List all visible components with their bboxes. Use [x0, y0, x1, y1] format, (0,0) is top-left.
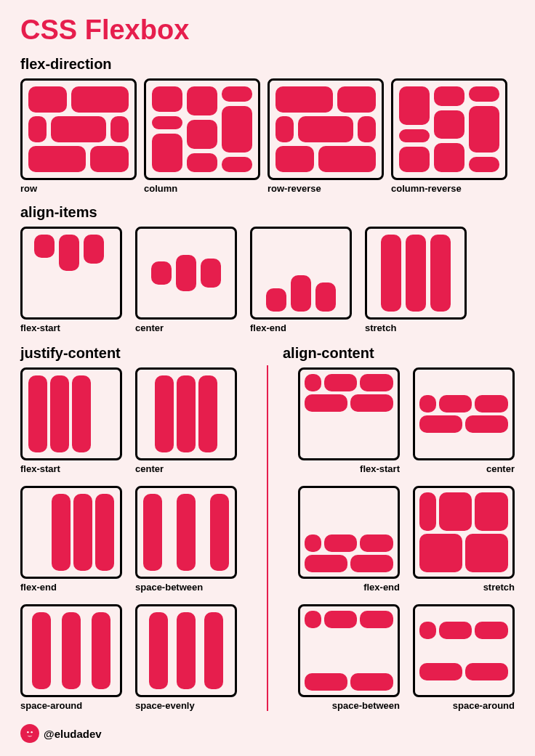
card-jc-center: center — [135, 367, 237, 474]
section-flex-direction-title: flex-direction — [20, 56, 515, 73]
smiley-icon — [20, 724, 39, 743]
label-ac-flex-start: flex-start — [298, 463, 400, 474]
card-ai-center: center — [135, 227, 237, 333]
card-fd-column-reverse: column-reverse — [391, 78, 507, 194]
diagram-ac-flex-end — [298, 486, 400, 579]
diagram-ai-stretch — [365, 227, 467, 320]
card-ac-flex-end: flex-end — [298, 486, 400, 593]
bottom-grid: justify-content flex-start center — [20, 341, 515, 711]
diagram-jc-space-evenly — [135, 604, 237, 697]
card-ai-flex-start: flex-start — [20, 227, 122, 333]
label-ai-center: center — [135, 322, 237, 333]
footer: @eludadev — [20, 724, 515, 743]
card-ac-space-around: space-around — [413, 604, 515, 711]
svg-point-1 — [27, 731, 28, 733]
page-title: CSS Flexbox — [20, 15, 515, 46]
footer-handle: @eludadev — [44, 728, 102, 740]
card-ac-stretch: stretch — [413, 486, 515, 593]
card-fd-row-reverse: row-reverse — [268, 78, 384, 194]
label-fd-row: row — [20, 183, 137, 194]
section-align-items-title: align-items — [20, 204, 515, 221]
align-content-section: align-content flex-start center — [283, 341, 515, 711]
diagram-ai-flex-end — [250, 227, 352, 320]
label-ac-space-between: space-between — [298, 700, 400, 711]
diagram-ac-space-around — [413, 604, 515, 697]
diagram-ac-stretch — [413, 486, 515, 579]
label-ac-center: center — [413, 463, 515, 474]
diagram-jc-space-between — [135, 486, 237, 579]
label-fd-column: column — [144, 183, 260, 194]
diagram-jc-flex-start — [20, 367, 122, 460]
label-ai-flex-end: flex-end — [250, 322, 352, 333]
card-jc-flex-end: flex-end — [20, 486, 122, 593]
svg-point-0 — [24, 728, 36, 740]
label-ac-space-around: space-around — [413, 700, 515, 711]
diagram-ac-space-between — [298, 604, 400, 697]
section-justify-content-title: justify-content — [20, 345, 252, 362]
card-ac-flex-start: flex-start — [298, 367, 400, 474]
label-jc-center: center — [135, 463, 237, 474]
card-jc-space-between: space-between — [135, 486, 237, 593]
section-align-content-title: align-content — [283, 345, 515, 362]
svg-point-2 — [31, 731, 32, 733]
label-jc-space-between: space-between — [135, 582, 237, 593]
label-jc-flex-end: flex-end — [20, 582, 122, 593]
card-ai-stretch: stretch — [365, 227, 467, 333]
diagram-fd-row — [20, 78, 137, 180]
diagram-jc-center — [135, 367, 237, 460]
diagram-ai-center — [135, 227, 237, 320]
diagram-fd-column — [144, 78, 260, 180]
section-divider — [267, 365, 268, 711]
card-fd-column: column — [144, 78, 260, 194]
card-jc-space-evenly: space-evenly — [135, 604, 237, 711]
align-items-row: flex-start center flex-end stretch — [20, 227, 515, 333]
diagram-ai-flex-start — [20, 227, 122, 320]
card-jc-space-around: space-around — [20, 604, 122, 711]
diagram-fd-column-reverse — [391, 78, 507, 180]
card-ac-center: center — [413, 367, 515, 474]
label-ai-stretch: stretch — [365, 322, 467, 333]
label-fd-row-reverse: row-reverse — [268, 183, 384, 194]
diagram-jc-flex-end — [20, 486, 122, 579]
label-ai-flex-start: flex-start — [20, 322, 122, 333]
label-fd-column-reverse: column-reverse — [391, 183, 507, 194]
card-jc-flex-start: flex-start — [20, 367, 122, 474]
diagram-jc-space-around — [20, 604, 122, 697]
card-ac-space-between: space-between — [298, 604, 400, 711]
diagram-fd-row-reverse — [268, 78, 384, 180]
label-ac-stretch: stretch — [413, 582, 515, 593]
diagram-ac-center — [413, 367, 515, 460]
label-jc-space-around: space-around — [20, 700, 122, 711]
label-jc-flex-start: flex-start — [20, 463, 122, 474]
card-ai-flex-end: flex-end — [250, 227, 352, 333]
diagram-ac-flex-start — [298, 367, 400, 460]
label-jc-space-evenly: space-evenly — [135, 700, 237, 711]
justify-content-section: justify-content flex-start center — [20, 341, 252, 711]
card-fd-row: row — [20, 78, 137, 194]
label-ac-flex-end: flex-end — [298, 582, 400, 593]
flex-direction-row: row column row-reverse colum — [20, 78, 515, 194]
